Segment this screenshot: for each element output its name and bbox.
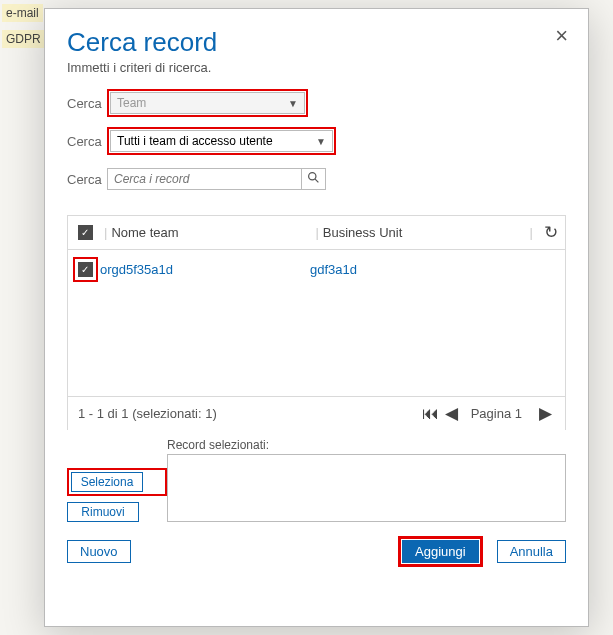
chevron-down-icon: ▼ (316, 136, 326, 147)
results-table: ✓ | Nome team | Business Unit | ↻ ✓ orgd… (67, 215, 566, 430)
col-header-name[interactable]: Nome team (111, 225, 311, 240)
selected-records-box[interactable] (167, 454, 566, 522)
new-button[interactable]: Nuovo (67, 540, 131, 563)
select-button[interactable]: Seleziona (71, 472, 143, 492)
table-row[interactable]: ✓ orgd5f35a1d gdf3a1d (68, 250, 565, 288)
refresh-icon[interactable]: ↻ (537, 222, 565, 243)
svg-line-1 (315, 179, 318, 182)
view-dropdown[interactable]: Tutti i team di accesso utente ▼ (110, 130, 333, 152)
pager-count: 1 - 1 di 1 (selezionati: 1) (78, 406, 419, 421)
select-all-checkbox[interactable]: ✓ (78, 225, 93, 240)
search-icon (307, 171, 320, 187)
pager: 1 - 1 di 1 (selezionati: 1) ⏮ ◀ Pagina 1… (68, 396, 565, 430)
remove-button[interactable]: Rimuovi (67, 502, 139, 522)
pager-next-icon[interactable]: ▶ (536, 403, 555, 424)
view-dropdown-value: Tutti i team di accesso utente (117, 134, 273, 148)
search-input[interactable] (107, 168, 302, 190)
table-header: ✓ | Nome team | Business Unit | ↻ (68, 216, 565, 250)
modal-subtitle: Immetti i criteri di ricerca. (67, 60, 566, 75)
modal-title: Cerca record (67, 27, 566, 58)
entity-dropdown[interactable]: Team ▼ (110, 92, 305, 114)
entity-dropdown-value: Team (117, 96, 146, 110)
lookup-modal: × Cerca record Immetti i criteri di rice… (44, 8, 589, 627)
svg-point-0 (309, 173, 316, 180)
pager-first-icon[interactable]: ⏮ (419, 404, 442, 424)
chevron-down-icon: ▼ (288, 98, 298, 109)
cell-name[interactable]: orgd5f35a1d (100, 262, 310, 277)
col-header-bu[interactable]: Business Unit (323, 225, 526, 240)
close-icon[interactable]: × (555, 25, 568, 47)
entity-label: Cerca (67, 96, 107, 111)
search-button[interactable] (302, 168, 326, 190)
view-label: Cerca (67, 134, 107, 149)
pager-page-label: Pagina 1 (471, 406, 522, 421)
bg-text-1: e-mail (2, 4, 43, 22)
row-checkbox[interactable]: ✓ (78, 262, 93, 277)
add-button[interactable]: Aggiungi (402, 540, 479, 563)
cancel-button[interactable]: Annulla (497, 540, 566, 563)
search-label: Cerca (67, 172, 107, 187)
pager-prev-icon[interactable]: ◀ (442, 403, 461, 424)
cell-bu[interactable]: gdf3a1d (310, 262, 357, 277)
selected-label: Record selezionati: (167, 438, 566, 452)
